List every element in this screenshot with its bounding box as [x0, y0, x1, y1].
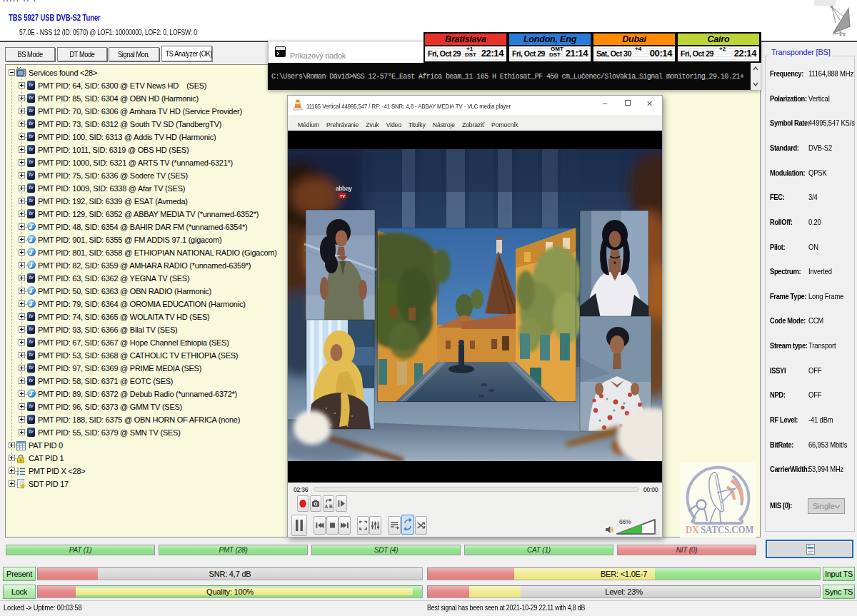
svg-text:A: A [325, 504, 329, 509]
svg-text:abbay: abbay [336, 185, 352, 192]
svg-text:DX: DX [686, 523, 699, 535]
svg-text:TV: TV [340, 194, 345, 198]
svg-text:SATCS.COM: SATCS.COM [701, 523, 753, 535]
svg-text:B: B [329, 504, 333, 509]
